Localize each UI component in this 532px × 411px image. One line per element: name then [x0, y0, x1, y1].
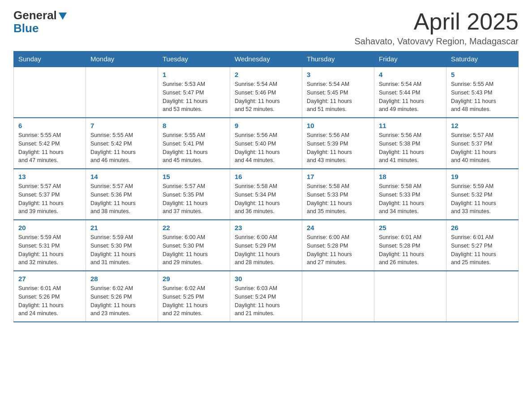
day-info: Sunrise: 5:59 AMSunset: 5:31 PMDaylight:… [18, 233, 81, 267]
weekday-header-tuesday: Tuesday [158, 51, 230, 67]
day-number: 25 [379, 224, 442, 231]
weekday-header-friday: Friday [374, 51, 446, 67]
calendar-cell: 28Sunrise: 6:02 AMSunset: 5:26 PMDayligh… [86, 271, 158, 322]
day-info: Sunrise: 6:01 AMSunset: 5:28 PMDaylight:… [379, 233, 442, 267]
day-number: 13 [18, 173, 81, 180]
week-row-3: 13Sunrise: 5:57 AMSunset: 5:37 PMDayligh… [14, 169, 519, 220]
day-number: 5 [451, 71, 514, 78]
calendar-cell: 3Sunrise: 5:54 AMSunset: 5:45 PMDaylight… [302, 67, 374, 118]
day-info: Sunrise: 5:53 AMSunset: 5:47 PMDaylight:… [163, 80, 225, 114]
title-area: April 2025 Sahavato, Vatovavy Region, Ma… [354, 9, 519, 47]
calendar-cell: 9Sunrise: 5:56 AMSunset: 5:40 PMDaylight… [230, 118, 302, 169]
day-number: 12 [451, 122, 514, 129]
weekday-header-thursday: Thursday [302, 51, 374, 67]
calendar-cell: 26Sunrise: 6:01 AMSunset: 5:27 PMDayligh… [446, 220, 519, 271]
svg-marker-0 [59, 13, 67, 20]
day-number: 15 [163, 173, 225, 180]
day-info: Sunrise: 5:56 AMSunset: 5:40 PMDaylight:… [235, 131, 297, 165]
day-info: Sunrise: 5:55 AMSunset: 5:41 PMDaylight:… [163, 131, 225, 165]
calendar-cell: 12Sunrise: 5:57 AMSunset: 5:37 PMDayligh… [446, 118, 519, 169]
calendar-cell: 20Sunrise: 5:59 AMSunset: 5:31 PMDayligh… [14, 220, 86, 271]
logo: General Blue [13, 9, 68, 34]
calendar-cell: 6Sunrise: 5:55 AMSunset: 5:42 PMDaylight… [14, 118, 86, 169]
location-subtitle: Sahavato, Vatovavy Region, Madagascar [354, 36, 519, 47]
calendar-cell: 18Sunrise: 5:58 AMSunset: 5:33 PMDayligh… [374, 169, 446, 220]
day-number: 28 [90, 275, 153, 283]
page-header: General Blue April 2025 Sahavato, Vatova… [13, 9, 519, 47]
calendar-cell: 11Sunrise: 5:56 AMSunset: 5:38 PMDayligh… [374, 118, 446, 169]
calendar-cell: 8Sunrise: 5:55 AMSunset: 5:41 PMDaylight… [158, 118, 230, 169]
day-number: 14 [90, 173, 153, 180]
calendar-header: SundayMondayTuesdayWednesdayThursdayFrid… [14, 51, 519, 67]
day-info: Sunrise: 5:54 AMSunset: 5:45 PMDaylight:… [307, 80, 369, 114]
calendar-cell: 2Sunrise: 5:54 AMSunset: 5:46 PMDaylight… [230, 67, 302, 118]
calendar-cell: 30Sunrise: 6:03 AMSunset: 5:24 PMDayligh… [230, 271, 302, 322]
day-info: Sunrise: 5:54 AMSunset: 5:44 PMDaylight:… [379, 80, 442, 114]
calendar-cell: 25Sunrise: 6:01 AMSunset: 5:28 PMDayligh… [374, 220, 446, 271]
day-info: Sunrise: 5:58 AMSunset: 5:34 PMDaylight:… [235, 182, 297, 216]
day-number: 30 [235, 275, 297, 283]
day-info: Sunrise: 6:02 AMSunset: 5:26 PMDaylight:… [90, 284, 153, 318]
week-row-5: 27Sunrise: 6:01 AMSunset: 5:26 PMDayligh… [14, 271, 519, 322]
day-info: Sunrise: 5:56 AMSunset: 5:39 PMDaylight:… [307, 131, 369, 165]
day-number: 2 [235, 71, 297, 78]
day-number: 26 [451, 224, 514, 231]
calendar-cell: 10Sunrise: 5:56 AMSunset: 5:39 PMDayligh… [302, 118, 374, 169]
day-info: Sunrise: 5:58 AMSunset: 5:33 PMDaylight:… [379, 182, 442, 216]
day-number: 8 [163, 122, 225, 129]
day-info: Sunrise: 5:57 AMSunset: 5:36 PMDaylight:… [90, 182, 153, 216]
day-info: Sunrise: 5:55 AMSunset: 5:43 PMDaylight:… [451, 80, 514, 114]
calendar-cell [302, 271, 374, 322]
day-number: 3 [307, 71, 369, 78]
day-number: 4 [379, 71, 442, 78]
calendar-cell [374, 271, 446, 322]
calendar-cell: 1Sunrise: 5:53 AMSunset: 5:47 PMDaylight… [158, 67, 230, 118]
day-number: 20 [18, 224, 81, 231]
calendar-cell [14, 67, 86, 118]
weekday-header-sunday: Sunday [14, 51, 86, 67]
logo-triangle-icon [58, 11, 68, 21]
day-info: Sunrise: 5:59 AMSunset: 5:32 PMDaylight:… [451, 182, 514, 216]
calendar-cell: 14Sunrise: 5:57 AMSunset: 5:36 PMDayligh… [86, 169, 158, 220]
day-number: 11 [379, 122, 442, 129]
weekday-header-monday: Monday [86, 51, 158, 67]
calendar-cell: 23Sunrise: 6:00 AMSunset: 5:29 PMDayligh… [230, 220, 302, 271]
day-number: 23 [235, 224, 297, 231]
day-info: Sunrise: 5:59 AMSunset: 5:30 PMDaylight:… [90, 233, 153, 267]
day-number: 7 [90, 122, 153, 129]
calendar-table: SundayMondayTuesdayWednesdayThursdayFrid… [13, 51, 519, 322]
calendar-cell: 5Sunrise: 5:55 AMSunset: 5:43 PMDaylight… [446, 67, 519, 118]
calendar-cell: 13Sunrise: 5:57 AMSunset: 5:37 PMDayligh… [14, 169, 86, 220]
day-info: Sunrise: 6:01 AMSunset: 5:26 PMDaylight:… [18, 284, 81, 318]
calendar-cell [86, 67, 158, 118]
day-info: Sunrise: 5:57 AMSunset: 5:37 PMDaylight:… [18, 182, 81, 216]
calendar-cell: 27Sunrise: 6:01 AMSunset: 5:26 PMDayligh… [14, 271, 86, 322]
calendar-cell: 17Sunrise: 5:58 AMSunset: 5:33 PMDayligh… [302, 169, 374, 220]
day-number: 18 [379, 173, 442, 180]
calendar-cell: 22Sunrise: 6:00 AMSunset: 5:30 PMDayligh… [158, 220, 230, 271]
day-info: Sunrise: 5:56 AMSunset: 5:38 PMDaylight:… [379, 131, 442, 165]
day-number: 22 [163, 224, 225, 231]
day-info: Sunrise: 5:54 AMSunset: 5:46 PMDaylight:… [235, 80, 297, 114]
day-number: 17 [307, 173, 369, 180]
day-number: 19 [451, 173, 514, 180]
day-number: 21 [90, 224, 153, 231]
day-number: 10 [307, 122, 369, 129]
month-year-title: April 2025 [354, 9, 519, 34]
calendar-cell [446, 271, 519, 322]
day-number: 24 [307, 224, 369, 231]
day-info: Sunrise: 5:58 AMSunset: 5:33 PMDaylight:… [307, 182, 369, 216]
day-info: Sunrise: 6:03 AMSunset: 5:24 PMDaylight:… [235, 284, 297, 318]
logo-general-text: General [13, 9, 57, 22]
day-number: 27 [18, 275, 81, 283]
day-info: Sunrise: 5:55 AMSunset: 5:42 PMDaylight:… [18, 131, 81, 165]
calendar-cell: 29Sunrise: 6:02 AMSunset: 5:25 PMDayligh… [158, 271, 230, 322]
day-info: Sunrise: 5:57 AMSunset: 5:35 PMDaylight:… [163, 182, 225, 216]
day-number: 16 [235, 173, 297, 180]
calendar-cell: 4Sunrise: 5:54 AMSunset: 5:44 PMDaylight… [374, 67, 446, 118]
week-row-1: 1Sunrise: 5:53 AMSunset: 5:47 PMDaylight… [14, 67, 519, 118]
day-info: Sunrise: 5:55 AMSunset: 5:42 PMDaylight:… [90, 131, 153, 165]
week-row-2: 6Sunrise: 5:55 AMSunset: 5:42 PMDaylight… [14, 118, 519, 169]
day-number: 29 [163, 275, 225, 283]
weekday-header-wednesday: Wednesday [230, 51, 302, 67]
